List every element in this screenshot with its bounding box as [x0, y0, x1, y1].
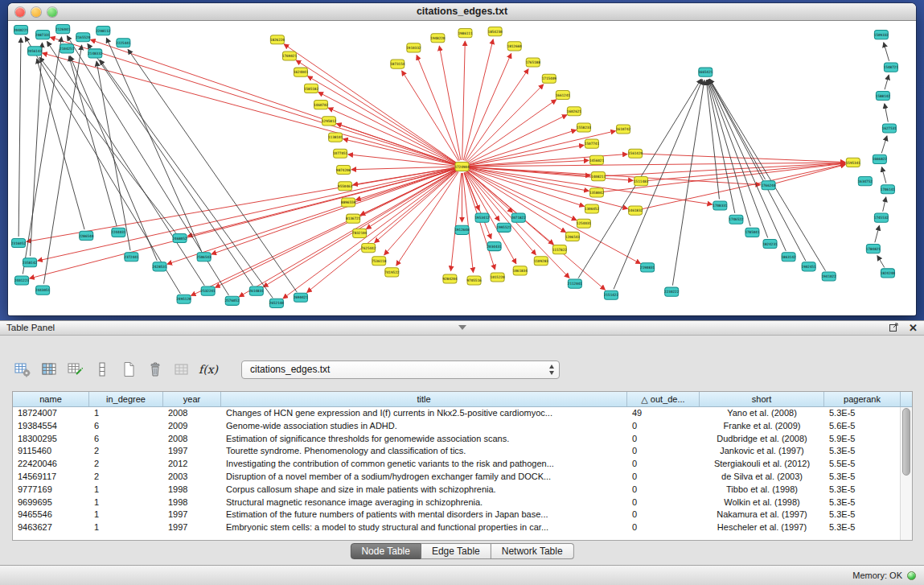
citation-edge-black[interactable]: [883, 197, 886, 212]
cell-pagerank[interactable]: 5.3E-5: [824, 496, 900, 509]
network-node[interactable]: 1077051: [333, 149, 348, 158]
column-header-out_degree[interactable]: △ out_de...: [627, 392, 700, 406]
network-node[interactable]: 1610742: [616, 125, 631, 134]
citation-edge-red[interactable]: [465, 54, 511, 161]
citation-edge-red[interactable]: [467, 100, 556, 163]
cell-year[interactable]: 2003: [163, 471, 221, 484]
citation-edge-red[interactable]: [296, 60, 456, 163]
column-header-name[interactable]: name: [13, 392, 89, 406]
network-node[interactable]: 1206543: [565, 232, 581, 241]
cell-short[interactable]: Stergiakouli et al. (2012): [700, 458, 824, 471]
network-node[interactable]: 2151422: [604, 290, 619, 299]
show-columns-icon[interactable]: [39, 360, 59, 379]
network-node[interactable]: 2034431: [487, 242, 503, 251]
close-panel-icon[interactable]: ✕: [909, 322, 918, 335]
network-node[interactable]: 2468052: [173, 233, 188, 242]
network-node[interactable]: 1784821: [866, 245, 881, 253]
cell-title[interactable]: Estimation of significance thresholds fo…: [221, 433, 627, 446]
citation-edge-black[interactable]: [884, 43, 889, 61]
network-node[interactable]: 1595341: [846, 158, 861, 167]
column-header-short[interactable]: short: [700, 392, 824, 406]
network-node[interactable]: 1824231: [762, 239, 778, 248]
cell-year[interactable]: 2008: [163, 407, 221, 420]
cell-title[interactable]: Estimation of the future numbers of pati…: [221, 509, 627, 521]
citation-edge-black[interactable]: [97, 61, 130, 250]
network-node[interactable]: 1661241: [556, 90, 571, 99]
float-panel-icon[interactable]: [889, 321, 899, 336]
close-window-button[interactable]: [15, 7, 25, 17]
network-node[interactable]: 2165520: [76, 33, 91, 42]
network-node[interactable]: 2087331: [35, 31, 51, 39]
network-node[interactable]: 2652140: [269, 299, 285, 307]
network-node[interactable]: 2230222: [664, 287, 680, 296]
citation-edge-black[interactable]: [128, 50, 297, 293]
cell-out_degree[interactable]: 49: [627, 407, 700, 420]
citation-edge-red[interactable]: [367, 170, 457, 229]
network-node[interactable]: 2208112: [96, 27, 111, 35]
cell-out_degree[interactable]: 0: [627, 420, 700, 433]
cell-in_degree[interactable]: 1: [89, 496, 163, 509]
network-node[interactable]: 1953412: [475, 213, 491, 222]
network-node[interactable]: 1507741: [585, 139, 599, 148]
citation-edge-red[interactable]: [91, 39, 456, 164]
cell-short[interactable]: Dudbridge et al. (2008): [700, 433, 824, 446]
citation-edge-red[interactable]: [43, 53, 456, 165]
network-node[interactable]: 1912640: [454, 225, 470, 234]
network-view[interactable]: 1724904182622017690211624041158518214607…: [9, 22, 915, 315]
network-node[interactable]: 2690421: [294, 293, 309, 302]
cell-short[interactable]: de Silva et al. (2003): [700, 471, 824, 484]
network-node[interactable]: 1561420: [628, 149, 643, 158]
citation-edge-red[interactable]: [451, 173, 462, 270]
network-node[interactable]: 1548721: [884, 63, 899, 72]
import-table-icon[interactable]: [172, 360, 191, 379]
network-node[interactable]: 2316052: [11, 238, 27, 247]
citation-edge-red[interactable]: [468, 145, 584, 165]
network-node[interactable]: 7536118: [372, 257, 387, 266]
tab-node-table[interactable]: Node Table: [350, 543, 421, 559]
cell-in_degree[interactable]: 6: [89, 420, 163, 433]
network-node[interactable]: 2428531: [152, 262, 167, 271]
minimize-window-button[interactable]: [31, 7, 41, 17]
scrollbar-thumb[interactable]: [902, 408, 910, 476]
network-node[interactable]: 1986111: [458, 29, 473, 38]
cell-name[interactable]: 9463627: [13, 521, 89, 534]
cell-in_degree[interactable]: 2: [89, 458, 163, 471]
network-node[interactable]: 1826220: [270, 35, 285, 44]
citation-edge-black[interactable]: [100, 60, 273, 299]
citation-edge-red[interactable]: [417, 56, 459, 161]
network-node[interactable]: 2040221: [14, 26, 29, 35]
citation-edge-red[interactable]: [469, 167, 634, 181]
column-header-in_degree[interactable]: in_degree: [89, 392, 163, 406]
network-node[interactable]: 1706141: [881, 185, 896, 194]
network-node[interactable]: 1665421: [698, 68, 713, 76]
table-row[interactable]: 1872400712008Changes of HCN gene express…: [13, 407, 900, 420]
column-header-pagerank[interactable]: pagerank: [824, 392, 901, 406]
network-node[interactable]: 9550463: [338, 182, 353, 191]
cell-short[interactable]: Tibbo et al. (1998): [700, 484, 824, 496]
network-node[interactable]: 9874206: [336, 165, 351, 174]
network-node[interactable]: 2286540: [79, 231, 94, 240]
network-node[interactable]: 2372441: [124, 253, 139, 262]
network-node[interactable]: 1157822: [552, 245, 568, 254]
cell-pagerank[interactable]: 5.3E-5: [824, 509, 900, 521]
table-row[interactable]: 977716911998Corpus callosum shape and si…: [13, 484, 900, 496]
cell-in_degree[interactable]: 6: [89, 433, 163, 446]
cell-out_degree[interactable]: 0: [627, 496, 700, 509]
cell-pagerank[interactable]: 5.5E-5: [824, 458, 900, 471]
cell-year[interactable]: 2012: [163, 458, 221, 471]
cell-short[interactable]: Nakamura et al. (1997): [700, 509, 824, 521]
network-node[interactable]: 7419522: [384, 268, 400, 277]
table-row[interactable]: 946362711997Embryonic stem cells: a mode…: [13, 521, 900, 534]
network-node[interactable]: 1627531: [882, 124, 897, 133]
network-node[interactable]: 2148332: [88, 49, 103, 58]
citation-edge-red[interactable]: [38, 168, 456, 261]
table-row[interactable]: 946554611997Estimation of the future num…: [13, 509, 900, 521]
table-row[interactable]: 969969511998Structural magnetic resonanc…: [13, 496, 900, 509]
citation-edge-black[interactable]: [885, 104, 888, 122]
row-height-icon[interactable]: [92, 360, 112, 379]
network-node[interactable]: 2401223: [14, 276, 30, 285]
cell-short[interactable]: Franke et al. (2009): [700, 420, 824, 433]
network-node[interactable]: 1138101: [328, 133, 343, 142]
cell-year[interactable]: 1997: [163, 445, 221, 458]
network-node[interactable]: 2244031: [111, 228, 126, 237]
